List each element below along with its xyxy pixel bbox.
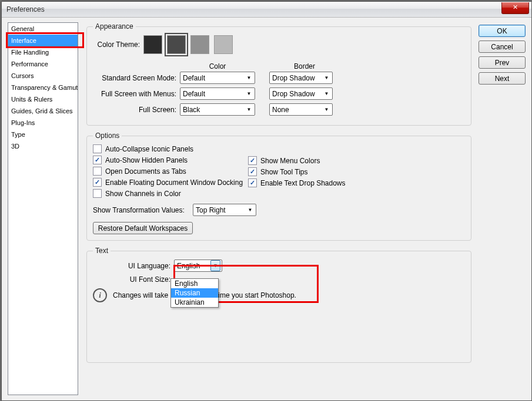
- category-item[interactable]: General: [8, 23, 78, 35]
- transform-values-value: Top Right: [196, 206, 226, 214]
- text-legend: Text: [93, 247, 111, 255]
- screen-mode-label: Full Screen:: [93, 106, 176, 114]
- transform-values-label: Show Transformation Values:: [93, 206, 189, 214]
- screen-mode-label: Full Screen with Menus:: [93, 90, 176, 98]
- chevron-down-icon: ▼: [245, 89, 253, 98]
- option-checkbox[interactable]: Open Documents as Tabs: [93, 167, 246, 176]
- category-item[interactable]: Transparency & Gamut: [8, 82, 78, 93]
- options-group: Options Auto-Collapse Iconic PanelsAuto-…: [86, 132, 471, 241]
- category-item[interactable]: Type: [8, 129, 78, 140]
- ui-language-label: UI Language:: [93, 262, 170, 270]
- dropdown-item[interactable]: Ukrainian: [171, 298, 218, 307]
- option-checkbox[interactable]: Enable Text Drop Shadows: [248, 178, 465, 187]
- category-list[interactable]: GeneralInterfaceFile HandlingPerformance…: [8, 22, 78, 395]
- category-item[interactable]: Cursors: [8, 70, 78, 82]
- option-checkbox[interactable]: Show Tool Tips: [248, 167, 465, 176]
- option-checkbox[interactable]: Auto-Collapse Iconic Panels: [93, 144, 246, 153]
- window-title: Preferences: [6, 5, 45, 14]
- option-checkbox[interactable]: Show Channels in Color: [93, 189, 246, 198]
- category-item[interactable]: 3D: [8, 140, 78, 152]
- restore-workspaces-button[interactable]: Restore Default Workspaces: [93, 222, 193, 234]
- ui-language-combo[interactable]: English ▼: [174, 260, 222, 272]
- category-item[interactable]: File Handling: [8, 46, 78, 58]
- category-item[interactable]: Plug-Ins: [8, 117, 78, 129]
- ok-button[interactable]: OK: [479, 25, 526, 37]
- checkbox-icon: [93, 167, 102, 176]
- ui-language-dropdown-list[interactable]: EnglishRussianUkrainian: [170, 278, 219, 308]
- category-item[interactable]: Guides, Grid & Slices: [8, 105, 78, 117]
- checkbox-icon: [248, 167, 257, 176]
- color-theme-swatch[interactable]: [214, 35, 233, 54]
- screen-mode-border-combo[interactable]: Drop Shadow▼: [269, 87, 333, 100]
- dropdown-item[interactable]: English: [171, 279, 218, 288]
- category-panel: GeneralInterfaceFile HandlingPerformance…: [8, 22, 82, 395]
- color-theme-swatch[interactable]: [190, 35, 209, 54]
- chevron-down-icon: ▼: [322, 73, 331, 82]
- transform-values-combo[interactable]: Top Right ▼: [193, 204, 256, 216]
- close-button[interactable]: ✕: [501, 2, 529, 14]
- screen-mode-border-combo[interactable]: None▼: [269, 103, 333, 116]
- chevron-down-icon: ▼: [246, 205, 255, 214]
- dialog-buttons: OK Cancel Prev Next: [479, 22, 526, 395]
- color-theme-swatch[interactable]: [167, 35, 186, 54]
- option-checkbox[interactable]: Auto-Show Hidden Panels: [93, 156, 246, 164]
- checkbox-icon: [248, 178, 257, 187]
- prev-button[interactable]: Prev: [479, 56, 526, 69]
- option-checkbox[interactable]: Show Menu Colors: [248, 156, 465, 165]
- chevron-down-icon: ▼: [322, 89, 331, 98]
- chevron-down-icon: ▼: [245, 105, 253, 114]
- chevron-down-icon: ▼: [322, 105, 331, 114]
- options-legend: Options: [93, 132, 122, 140]
- next-button[interactable]: Next: [479, 72, 526, 85]
- titlebar: Preferences ✕: [2, 2, 531, 18]
- checkbox-icon: [93, 156, 102, 164]
- ui-language-value: English: [177, 262, 200, 270]
- checkbox-icon: [93, 189, 102, 198]
- border-header: Border: [273, 62, 336, 70]
- appearance-legend: Appearance: [93, 22, 136, 31]
- screen-mode-label: Standard Screen Mode:: [93, 74, 176, 82]
- dropdown-item[interactable]: Russian: [171, 288, 218, 298]
- color-theme-label: Color Theme:: [93, 41, 140, 49]
- screen-mode-color-combo[interactable]: Default▼: [180, 87, 255, 100]
- color-theme-swatches: [143, 35, 233, 54]
- color-theme-swatch[interactable]: [143, 35, 162, 54]
- screen-mode-border-combo[interactable]: Drop Shadow▼: [269, 72, 333, 84]
- window-body: GeneralInterfaceFile HandlingPerformance…: [2, 18, 531, 400]
- text-group: Text UI Language: English ▼ UI Font Size…: [86, 247, 471, 363]
- chevron-down-icon: ▼: [210, 260, 220, 271]
- category-item[interactable]: Interface: [8, 35, 78, 46]
- checkbox-icon: [93, 178, 102, 187]
- category-item[interactable]: Performance: [8, 58, 78, 70]
- option-checkbox[interactable]: Enable Floating Document Window Docking: [93, 178, 246, 187]
- cancel-button[interactable]: Cancel: [479, 41, 526, 53]
- checkbox-icon: [248, 156, 257, 165]
- color-header: Color: [180, 62, 255, 70]
- ui-font-size-label: UI Font Size:: [93, 275, 170, 284]
- appearance-group: Appearance Color Theme: Color Border Sta…: [86, 22, 471, 126]
- chevron-down-icon: ▼: [245, 73, 253, 82]
- content-column: Appearance Color Theme: Color Border Sta…: [86, 22, 471, 395]
- preferences-window: Preferences ✕ GeneralInterfaceFile Handl…: [1, 1, 532, 401]
- checkbox-icon: [93, 144, 102, 153]
- screen-mode-color-combo[interactable]: Default▼: [180, 72, 255, 84]
- screen-mode-color-combo[interactable]: Black▼: [180, 103, 255, 116]
- main-area: Appearance Color Theme: Color Border Sta…: [86, 22, 526, 395]
- info-icon: i: [93, 288, 107, 302]
- category-item[interactable]: Units & Rulers: [8, 93, 78, 105]
